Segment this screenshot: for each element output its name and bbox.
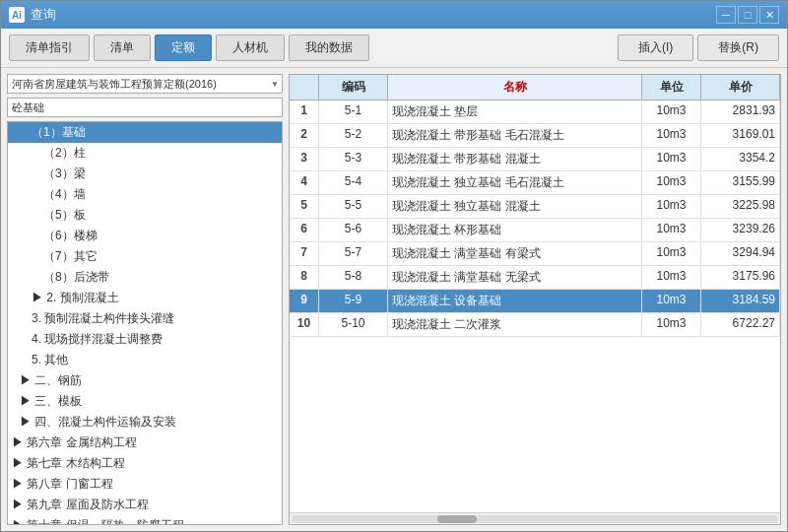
table-cell: 5-9 <box>319 290 388 312</box>
table-cell: 5-8 <box>319 266 388 289</box>
tree-item-t2[interactable]: （2）柱 <box>8 143 282 164</box>
table-cell: 7 <box>290 242 319 265</box>
tree-item-t9[interactable]: ▶ 2. 预制混凝土 <box>8 288 282 308</box>
tree-item-t11[interactable]: 4. 现场搅拌混凝土调整费 <box>8 329 282 350</box>
close-button[interactable]: ✕ <box>759 6 779 24</box>
tree-item-t7[interactable]: （7）其它 <box>8 246 282 267</box>
main-window: Ai 查询 ─ □ ✕ 清单指引 清单 定额 人材机 我的数据 插入(I) 替换… <box>0 0 788 532</box>
table-cell: 3354.2 <box>701 148 780 170</box>
tree-item-t3[interactable]: （3）梁 <box>8 164 282 184</box>
table-row[interactable]: 65-6现浇混凝土 杯形基础10m33239.26 <box>290 219 780 242</box>
table-cell: 5-3 <box>319 148 388 170</box>
table-cell: 现浇混凝土 独立基础 毛石混凝土 <box>388 171 642 194</box>
tree-item-t1[interactable]: （1）基础 <box>8 122 282 143</box>
tree-item-t13[interactable]: ▶ 二、钢筋 <box>8 370 282 391</box>
table-cell: 现浇混凝土 垫层 <box>388 100 642 123</box>
title-bar: Ai 查询 ─ □ ✕ <box>1 1 787 29</box>
table-cell: 5-2 <box>319 124 388 147</box>
table-cell: 3294.94 <box>701 242 780 265</box>
minimize-button[interactable]: ─ <box>716 6 736 24</box>
tree-item-t8[interactable]: （8）后浇带 <box>8 267 282 288</box>
window-controls: ─ □ ✕ <box>716 6 779 24</box>
table-cell: 现浇混凝土 杯形基础 <box>388 219 642 241</box>
table-cell: 现浇混凝土 带形基础 毛石混凝土 <box>388 124 642 147</box>
tree-item-t19[interactable]: ▶ 第九章 屋面及防水工程 <box>8 495 282 515</box>
col-price: 单价 <box>701 75 780 100</box>
table-cell: 10m3 <box>642 290 701 312</box>
tree-item-t12[interactable]: 5. 其他 <box>8 350 282 370</box>
replace-button[interactable]: 替换(R) <box>697 34 779 61</box>
table-cell: 10m3 <box>642 195 701 218</box>
content-area: 河南省房屋建筑与装饰工程预算定额(2016) （1）基础（2）柱（3）梁（4）墙… <box>1 68 787 531</box>
search-input[interactable] <box>7 98 283 117</box>
tree-item-t6[interactable]: （6）楼梯 <box>8 226 282 246</box>
table-cell: 现浇混凝土 带形基础 混凝土 <box>388 148 642 170</box>
table-cell: 5-10 <box>319 313 388 336</box>
table-cell: 3 <box>290 148 319 170</box>
col-code: 编码 <box>319 75 388 100</box>
dropdown-wrapper: 河南省房屋建筑与装饰工程预算定额(2016) <box>7 74 283 94</box>
tree-item-t4[interactable]: （4）墙 <box>8 184 282 205</box>
tab-dinge[interactable]: 定额 <box>155 34 212 61</box>
table-cell: 5-5 <box>319 195 388 218</box>
tab-rencaiji[interactable]: 人材机 <box>216 34 285 61</box>
table-cell: 1 <box>290 100 319 123</box>
tab-wode-shuju[interactable]: 我的数据 <box>289 34 369 61</box>
tree-item-t15[interactable]: ▶ 四、混凝土构件运输及安装 <box>8 412 282 432</box>
table-cell: 现浇混凝土 设备基础 <box>388 290 642 312</box>
tree-item-t17[interactable]: ▶ 第七章 木结构工程 <box>8 453 282 474</box>
table-row[interactable]: 45-4现浇混凝土 独立基础 毛石混凝土10m33155.99 <box>290 171 780 195</box>
table-cell: 6722.27 <box>701 313 780 336</box>
table-cell: 现浇混凝土 满堂基础 无梁式 <box>388 266 642 289</box>
maximize-button[interactable]: □ <box>738 6 757 24</box>
table-cell: 3239.26 <box>701 219 780 241</box>
tree-container: （1）基础（2）柱（3）梁（4）墙（5）板（6）楼梯（7）其它（8）后浇带▶ 2… <box>7 121 283 525</box>
table-row[interactable]: 35-3现浇混凝土 带形基础 混凝土10m33354.2 <box>290 148 780 171</box>
table-cell: 5-7 <box>319 242 388 265</box>
tree-item-t20[interactable]: ▶ 第十章 保温、隔热、防腐工程 <box>8 515 282 525</box>
app-icon: Ai <box>9 7 25 23</box>
col-name: 名称 <box>388 75 642 100</box>
table-cell: 10m3 <box>642 148 701 170</box>
table-row[interactable]: 95-9现浇混凝土 设备基础10m33184.59 <box>290 290 780 313</box>
table-row[interactable]: 75-7现浇混凝土 满堂基础 有梁式10m33294.94 <box>290 242 780 266</box>
insert-button[interactable]: 插入(I) <box>618 34 693 61</box>
table-cell: 8 <box>290 266 319 289</box>
tree-item-t16[interactable]: ▶ 第六章 金属结构工程 <box>8 432 282 453</box>
scrollbar-thumb[interactable] <box>437 515 477 523</box>
table-cell: 3225.98 <box>701 195 780 218</box>
col-unit: 单位 <box>642 75 701 100</box>
tab-qingdan[interactable]: 清单 <box>94 34 151 61</box>
table-cell: 10m3 <box>642 266 701 289</box>
table-cell: 10m3 <box>642 313 701 336</box>
tree-item-t5[interactable]: （5）板 <box>8 205 282 226</box>
table-cell: 4 <box>290 171 319 194</box>
right-panel: 编码 名称 单位 单价 15-1现浇混凝土 垫层10m32831.9325-2现… <box>289 74 781 525</box>
table-row[interactable]: 105-10现浇混凝土 二次灌浆10m36722.27 <box>290 313 780 337</box>
tree-item-t18[interactable]: ▶ 第八章 门窗工程 <box>8 474 282 495</box>
table-cell: 6 <box>290 219 319 241</box>
table-cell: 3169.01 <box>701 124 780 147</box>
col-no <box>290 75 319 100</box>
table-row[interactable]: 55-5现浇混凝土 独立基础 混凝土10m33225.98 <box>290 195 780 219</box>
table-cell: 现浇混凝土 满堂基础 有梁式 <box>388 242 642 265</box>
toolbar: 清单指引 清单 定额 人材机 我的数据 插入(I) 替换(R) <box>1 29 787 68</box>
table-cell: 10 <box>290 313 319 336</box>
table-cell: 3155.99 <box>701 171 780 194</box>
horizontal-scrollbar[interactable] <box>290 512 780 524</box>
quota-dropdown[interactable]: 河南省房屋建筑与装饰工程预算定额(2016) <box>7 74 283 94</box>
table-cell: 3184.59 <box>701 290 780 312</box>
tree-item-t10[interactable]: 3. 预制混凝土构件接头灌缝 <box>8 308 282 329</box>
tree-item-t14[interactable]: ▶ 三、模板 <box>8 391 282 412</box>
table-cell: 5 <box>290 195 319 218</box>
table-body: 15-1现浇混凝土 垫层10m32831.9325-2现浇混凝土 带形基础 毛石… <box>290 100 780 512</box>
tab-qingdan-zhiyin[interactable]: 清单指引 <box>9 34 90 61</box>
table-cell: 10m3 <box>642 171 701 194</box>
table-row[interactable]: 85-8现浇混凝土 满堂基础 无梁式10m33175.96 <box>290 266 780 290</box>
scrollbar-track <box>292 515 778 523</box>
table-cell: 5-1 <box>319 100 388 123</box>
table-row[interactable]: 15-1现浇混凝土 垫层10m32831.93 <box>290 100 780 124</box>
table-cell: 10m3 <box>642 100 701 123</box>
left-panel: 河南省房屋建筑与装饰工程预算定额(2016) （1）基础（2）柱（3）梁（4）墙… <box>7 74 283 525</box>
table-row[interactable]: 25-2现浇混凝土 带形基础 毛石混凝土10m33169.01 <box>290 124 780 148</box>
